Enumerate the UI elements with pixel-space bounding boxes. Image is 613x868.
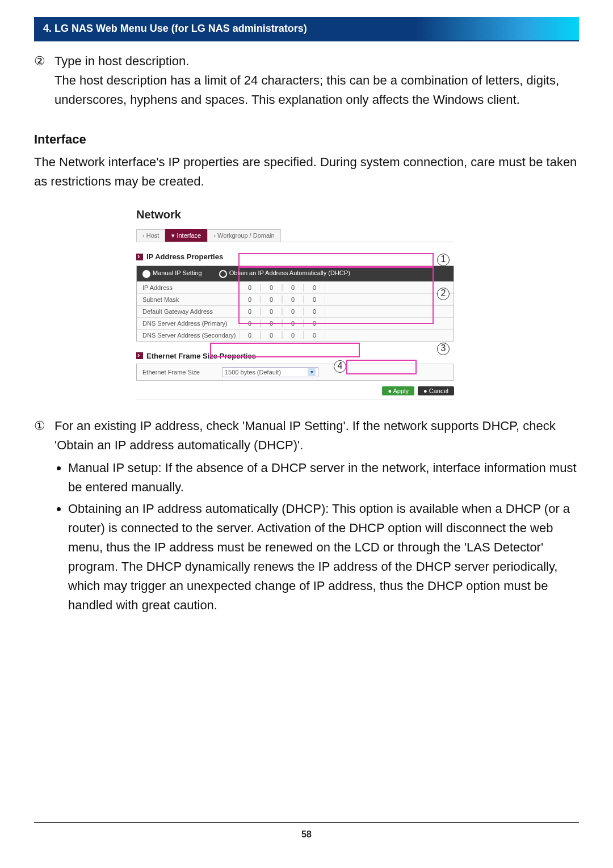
footer-rule [34,822,579,823]
ip-octet[interactable]: 0 [239,296,261,304]
section-arrow-icon [136,352,143,359]
tab-host-label: Host [146,232,159,239]
ip-octet[interactable]: 0 [304,331,325,339]
ip-octet[interactable]: 0 [239,307,261,315]
ip-octet[interactable]: 0 [239,319,261,327]
ip-octet[interactable]: 0 [261,307,282,315]
ip-octet[interactable]: 0 [239,284,261,292]
row-ip-address: IP Address 0 0 0 0 [137,281,454,293]
page-number: 58 [0,829,613,840]
ip-octet[interactable]: 0 [261,319,282,327]
radio-dot-icon [219,270,227,278]
radio-dhcp-label: Obtain an IP Address Automatically (DHCP… [229,269,350,276]
tab-workgroup[interactable]: › Workgroup / Domain [207,229,280,242]
ip-mode-row: Manual IP Setting Obtain an IP Address A… [137,266,454,281]
ip-octet[interactable]: 0 [282,319,304,327]
chevron-down-icon: ▾ [308,368,316,376]
row-dns-secondary: DNS Server Address (Secondary) 0 0 0 0 [137,329,454,341]
ip-properties-label: IP Address Properties [136,252,454,261]
network-screenshot: Network › Host ▾ Interface › Workgroup /… [136,208,454,399]
row-dns-primary: DNS Server Address (Primary) 0 0 0 0 [137,317,454,329]
ip-octet[interactable]: 0 [304,296,325,304]
ethernet-frame-row: Ethernet Frame Size 1500 bytes (Default)… [136,364,454,381]
ip-octet[interactable]: 0 [261,284,282,292]
ethernet-row-label: Ethernet Frame Size [142,369,222,376]
tab-host[interactable]: › Host [136,229,165,242]
ip-octet[interactable]: 0 [239,331,261,339]
ip-properties-text: IP Address Properties [146,252,223,261]
apply-label: Apply [393,387,409,394]
ethernet-select-value: 1500 bytes (Default) [225,369,281,376]
ip-octet[interactable]: 0 [261,296,282,304]
screenshot-title: Network [136,208,454,221]
row-subnet: Subnet Mask 0 0 0 0 [137,293,454,305]
row-label: DNS Server Address (Primary) [142,320,239,327]
bullet-manual-ip: Manual IP setup: If the absence of a DHC… [68,458,579,497]
step-line-2: The host description has a limit of 24 c… [54,71,579,109]
ip-octet[interactable]: 0 [304,284,325,292]
ip-octet[interactable]: 0 [304,307,325,315]
note-bullets: Manual IP setup: If the absence of a DHC… [54,458,579,616]
ip-octet[interactable]: 0 [282,284,304,292]
subheading-interface: Interface [34,132,579,147]
apply-button[interactable]: ● Apply [382,386,414,395]
row-label: Subnet Mask [142,296,239,303]
ip-octet[interactable]: 0 [282,307,304,315]
ethernet-properties-text: Ethernet Frame Size Properties [146,352,256,360]
ethernet-frame-select[interactable]: 1500 bytes (Default) ▾ [222,367,318,377]
row-label: DNS Server Address (Secondary) [142,332,239,339]
note-marker: ① [34,416,54,436]
callout-1: 1 [437,254,450,266]
note-content: For an existing IP address, check 'Manua… [54,416,579,616]
row-gateway: Default Gateway Address 0 0 0 0 [137,305,454,317]
step-line-1: Type in host description. [54,52,579,71]
chapter-header: 4. LG NAS Web Menu Use (for LG NAS admin… [34,17,579,41]
row-label: Default Gateway Address [142,308,239,315]
section-arrow-icon [136,254,143,260]
ethernet-properties-label: Ethernet Frame Size Properties [136,352,454,360]
tab-interface[interactable]: ▾ Interface [165,229,207,242]
cancel-label: Cancel [429,387,448,394]
cancel-button[interactable]: ● Cancel [418,386,454,395]
tabs: › Host ▾ Interface › Workgroup / Domain [136,229,454,242]
radio-manual[interactable]: Manual IP Setting [142,269,202,277]
row-label: IP Address [142,284,239,291]
document-page: 4. LG NAS Web Menu Use (for LG NAS admin… [0,0,613,868]
note-1: ① For an existing IP address, check 'Man… [34,416,579,616]
ip-octet[interactable]: 0 [261,331,282,339]
step-2: ② Type in host description. The host des… [34,52,579,109]
bullet-dhcp: Obtaining an IP address automatically (D… [68,499,579,616]
tab-interface-label: Interface [177,232,201,239]
ip-octet[interactable]: 0 [282,331,304,339]
ip-octet[interactable]: 0 [304,319,325,327]
radio-manual-label: Manual IP Setting [153,269,202,276]
radio-dhcp[interactable]: Obtain an IP Address Automatically (DHCP… [219,269,350,277]
note-1-text: For an existing IP address, check 'Manua… [54,416,579,455]
ip-table: Manual IP Setting Obtain an IP Address A… [136,266,454,341]
interface-paragraph: The Network interface's IP properties ar… [34,153,579,191]
step-marker: ② [34,52,54,71]
step-content: Type in host description. The host descr… [54,52,579,109]
tab-workgroup-label: Workgroup / Domain [217,232,275,239]
radio-dot-icon [142,270,150,278]
button-row: ● Apply ● Cancel [136,386,454,395]
ip-octet[interactable]: 0 [282,296,304,304]
